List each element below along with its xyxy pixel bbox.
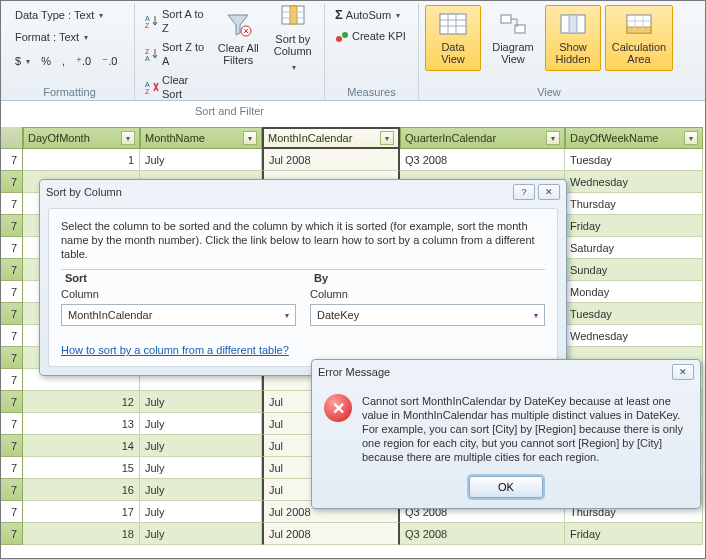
sort-az-button[interactable]: AZ Sort A to Z — [141, 5, 209, 37]
row-header[interactable]: 7 — [1, 479, 23, 501]
sort-za-button[interactable]: ZA Sort Z to A — [141, 38, 209, 70]
row-header[interactable]: 7 — [1, 281, 23, 303]
clear-sort-button[interactable]: AZ Clear Sort — [141, 71, 209, 103]
filter-dropdown-icon[interactable]: ▾ — [243, 131, 257, 145]
cell[interactable]: Thursday — [565, 193, 703, 215]
sort-column-combo[interactable]: MonthInCalendar▾ — [61, 304, 296, 326]
column-header-dayofmonth[interactable]: DayOfMonth▾ — [23, 127, 140, 149]
cell[interactable]: Tuesday — [565, 303, 703, 325]
cell[interactable]: July — [140, 523, 262, 545]
calculation-area-button[interactable]: Calculation Area — [605, 5, 673, 71]
cell[interactable]: 18 — [23, 523, 140, 545]
group-title-measures: Measures — [331, 84, 412, 100]
percent-button[interactable]: % — [37, 52, 55, 70]
clear-all-filters-button[interactable]: Clear All Filters — [213, 5, 263, 71]
row-header[interactable]: 7 — [1, 391, 23, 413]
cell[interactable]: 17 — [23, 501, 140, 523]
cell[interactable]: July — [140, 501, 262, 523]
error-icon: ✕ — [324, 394, 352, 422]
data-type-value: Text — [74, 8, 94, 22]
row-header[interactable]: 7 — [1, 171, 23, 193]
create-kpi-button[interactable]: Create KPI — [331, 27, 412, 45]
svg-point-10 — [342, 32, 348, 38]
column-header-quarterincalendar[interactable]: QuarterInCalendar▾ — [400, 127, 565, 149]
cell[interactable]: Jul 2008 — [262, 149, 400, 171]
cell[interactable]: Jul 2008 — [262, 523, 400, 545]
table-row[interactable]: 718JulyJul 2008Q3 2008Friday — [1, 523, 705, 545]
cell[interactable]: July — [140, 391, 262, 413]
row-header[interactable]: 7 — [1, 193, 23, 215]
table-row[interactable]: 71JulyJul 2008Q3 2008Tuesday — [1, 149, 705, 171]
close-button[interactable]: ✕ — [672, 364, 694, 380]
autosum-button[interactable]: Σ AutoSum — [331, 5, 412, 25]
format-selector[interactable]: Format : Text — [11, 27, 128, 47]
cell[interactable]: 14 — [23, 435, 140, 457]
cell[interactable]: Saturday — [565, 237, 703, 259]
row-header[interactable]: 7 — [1, 435, 23, 457]
cell[interactable]: Friday — [565, 523, 703, 545]
by-legend: By — [310, 272, 332, 284]
cell[interactable]: Q3 2008 — [400, 149, 565, 171]
format-label: Format : — [15, 30, 56, 44]
help-button[interactable]: ? — [513, 184, 535, 200]
data-view-button[interactable]: Data View — [425, 5, 481, 71]
cell[interactable]: Sunday — [565, 259, 703, 281]
currency-button[interactable]: $ — [11, 51, 34, 71]
by-column-combo[interactable]: DateKey▾ — [310, 304, 545, 326]
sort-by-column-button[interactable]: Sort by Column — [268, 5, 318, 71]
row-header[interactable]: 7 — [1, 413, 23, 435]
cell[interactable]: July — [140, 479, 262, 501]
cell[interactable]: July — [140, 457, 262, 479]
comma-button[interactable]: , — [58, 52, 69, 70]
error-titlebar[interactable]: Error Message ✕ — [312, 360, 700, 384]
close-button[interactable]: ✕ — [538, 184, 560, 200]
close-icon: ✕ — [545, 187, 553, 197]
column-header-monthincalendar[interactable]: MonthInCalendar▾ — [262, 127, 400, 149]
error-dialog: Error Message ✕ ✕ Cannot sort MonthInCal… — [311, 359, 701, 509]
ok-button[interactable]: OK — [469, 476, 543, 498]
cell[interactable]: Q3 2008 — [400, 523, 565, 545]
diagram-view-button[interactable]: Diagram View — [485, 5, 541, 71]
cell[interactable]: July — [140, 413, 262, 435]
row-header[interactable]: 7 — [1, 457, 23, 479]
decrease-decimal-button[interactable]: ⁻.0 — [98, 52, 121, 70]
filter-dropdown-icon[interactable]: ▾ — [380, 131, 394, 145]
show-hidden-button[interactable]: Show Hidden — [545, 5, 601, 71]
data-view-icon — [438, 12, 468, 38]
row-header[interactable]: 7 — [1, 237, 23, 259]
decrease-decimal-icon: ⁻.0 — [102, 54, 117, 68]
cell[interactable]: Wednesday — [565, 171, 703, 193]
cell[interactable]: Friday — [565, 215, 703, 237]
row-header[interactable]: 7 — [1, 303, 23, 325]
cell[interactable]: Tuesday — [565, 149, 703, 171]
cell[interactable]: July — [140, 435, 262, 457]
filter-dropdown-icon[interactable]: ▾ — [121, 131, 135, 145]
row-header[interactable]: 7 — [1, 325, 23, 347]
row-header[interactable]: 7 — [1, 215, 23, 237]
cell[interactable]: Wednesday — [565, 325, 703, 347]
cell[interactable]: 15 — [23, 457, 140, 479]
row-header[interactable]: 7 — [1, 149, 23, 171]
sort-by-column-dialog: Sort by Column ? ✕ Select the column to … — [39, 179, 567, 376]
cell[interactable]: Monday — [565, 281, 703, 303]
row-header[interactable]: 7 — [1, 347, 23, 369]
cell[interactable]: 12 — [23, 391, 140, 413]
column-header-monthname[interactable]: MonthName▾ — [140, 127, 262, 149]
row-header[interactable]: 7 — [1, 369, 23, 391]
corner-cell[interactable] — [1, 127, 23, 149]
row-header[interactable]: 7 — [1, 523, 23, 545]
column-header-dayofweekname[interactable]: DayOfWeekName▾ — [565, 127, 703, 149]
cell[interactable]: July — [140, 149, 262, 171]
cell[interactable]: 13 — [23, 413, 140, 435]
increase-decimal-button[interactable]: ⁺.0 — [72, 52, 95, 70]
cell[interactable]: 1 — [23, 149, 140, 171]
help-link[interactable]: How to sort by a column from a different… — [61, 344, 289, 356]
filter-dropdown-icon[interactable]: ▾ — [546, 131, 560, 145]
data-type-selector[interactable]: Data Type : Text — [11, 5, 128, 25]
cell[interactable]: 16 — [23, 479, 140, 501]
svg-rect-8 — [290, 6, 297, 24]
filter-dropdown-icon[interactable]: ▾ — [684, 131, 698, 145]
row-header[interactable]: 7 — [1, 501, 23, 523]
dialog-titlebar[interactable]: Sort by Column ? ✕ — [40, 180, 566, 204]
row-header[interactable]: 7 — [1, 259, 23, 281]
